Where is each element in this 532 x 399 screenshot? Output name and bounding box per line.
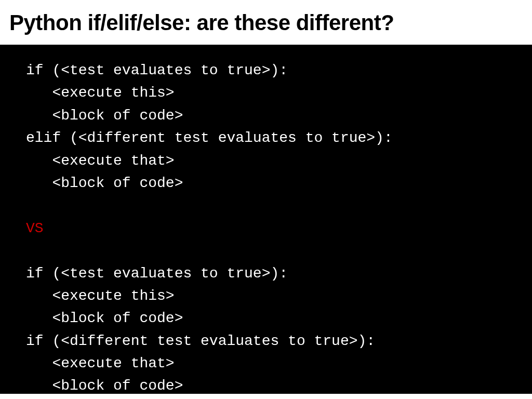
code-line-if: if (<test evaluates to true>): [26, 262, 506, 285]
blank-line [26, 240, 506, 262]
slide-header: Python if/elif/else: are these different… [0, 0, 532, 45]
code-line-execute: <execute this> [26, 285, 506, 307]
vs-separator: VS [26, 217, 506, 240]
code-line-block: <block of code> [26, 307, 506, 329]
blank-line [26, 194, 506, 217]
code-line-block: <block of code> [26, 375, 506, 397]
slide-title: Python if/elif/else: are these different… [9, 10, 523, 35]
code-line-execute: <execute that> [26, 352, 506, 375]
code-line-block: <block of code> [26, 172, 506, 194]
code-line-if: if (<test evaluates to true>): [26, 59, 506, 82]
code-line-execute: <execute that> [26, 150, 506, 172]
code-line-block: <block of code> [26, 104, 506, 127]
code-line-if: if (<different test evaluates to true>): [26, 330, 506, 352]
code-line-execute: <execute this> [26, 82, 506, 104]
code-panel: if (<test evaluates to true>): <execute … [0, 45, 532, 394]
code-line-elif: elif (<different test evaluates to true>… [26, 127, 506, 149]
